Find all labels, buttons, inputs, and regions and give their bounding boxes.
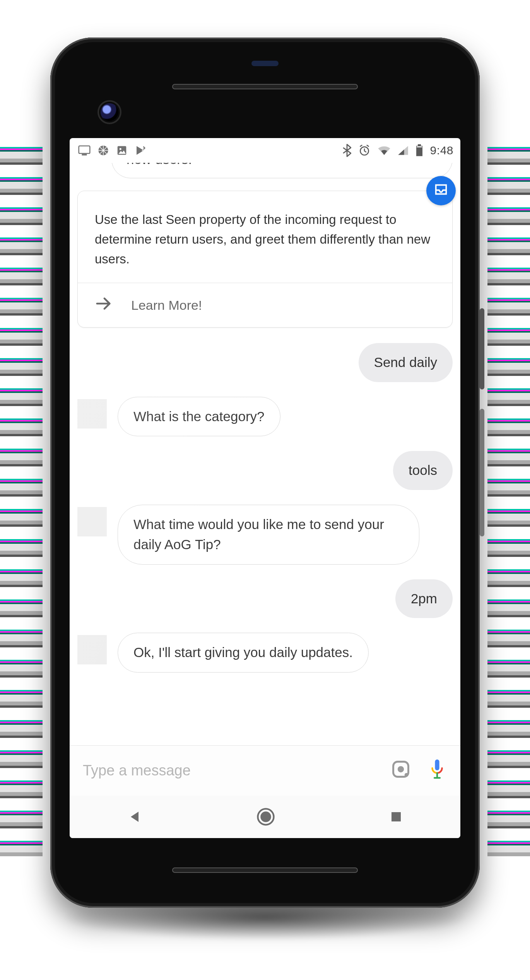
nav-home-button[interactable] [256,808,275,826]
learn-more-label: Learn More! [131,298,202,313]
message-row-assistant: What is the category? [77,397,453,437]
android-nav-bar [70,796,460,838]
assistant-bubble[interactable]: What is the category? [118,397,280,437]
wifi-icon [378,145,391,155]
assistant-bubble[interactable]: Ok, I'll start giving you daily updates. [118,633,369,673]
front-camera [101,103,118,121]
learn-more-button[interactable]: Learn More! [78,283,452,327]
nav-recents-button[interactable] [389,810,403,824]
message-row-assistant: What time would you like me to send your… [77,505,453,565]
svg-rect-8 [417,146,422,147]
status-time: 9:48 [430,144,453,157]
bubble-text: What time would you like me to send your… [133,517,384,552]
decorative-streaks-right [487,147,530,856]
svg-rect-7 [418,144,421,146]
svg-rect-0 [79,146,90,154]
status-bar: 9:48 [70,138,460,163]
bubble-text: tools [409,463,437,478]
earpiece-speaker [172,84,358,89]
circle-home-icon [256,808,275,826]
conversation-scroll[interactable]: new users. Use the last Seen property of… [70,163,460,745]
assistant-avatar [77,399,107,429]
message-row-user: tools [77,451,453,490]
assistant-bubble-partial: new users. [111,163,453,178]
svg-point-14 [260,811,271,822]
bottom-speaker [172,867,358,873]
svg-point-10 [398,766,404,772]
decorative-streaks-left [0,147,43,856]
mic-button[interactable] [426,759,449,782]
arrow-right-icon [95,295,113,316]
bubble-text: 2pm [411,591,437,606]
svg-rect-1 [82,154,87,155]
svg-point-11 [405,773,409,777]
message-row-user: Send daily [77,343,453,382]
card-source-badge[interactable] [426,176,456,205]
message-input[interactable] [83,762,376,779]
lens-button[interactable] [389,759,412,782]
basketball-icon [97,145,109,156]
inbox-icon [433,182,449,200]
bubble-text: new users. [127,163,192,167]
triangle-back-icon [127,809,142,825]
battery-icon [415,144,423,157]
assistant-avatar [77,635,107,664]
tip-card[interactable]: Use the last Seen property of the incomi… [77,191,453,328]
phone-frame: 9:48 new users. Use the last Seen proper… [50,38,480,908]
bubble-text: What is the category? [133,409,265,424]
user-bubble[interactable]: 2pm [395,579,453,618]
assistant-bubble[interactable]: What time would you like me to send your… [118,505,419,565]
play-icon [135,145,146,156]
mic-icon [428,758,446,783]
bluetooth-icon [343,144,351,157]
proximity-sensor [251,61,279,66]
cell-icon [398,145,409,155]
message-row-user: 2pm [77,579,453,618]
svg-point-4 [120,148,121,150]
device-screen: 9:48 new users. Use the last Seen proper… [70,138,460,838]
user-bubble[interactable]: tools [393,451,453,490]
message-row-assistant: Ok, I'll start giving you daily updates. [77,633,453,673]
assistant-avatar [77,507,107,536]
tip-card-body: Use the last Seen property of the incomi… [78,191,452,283]
power-button [480,308,484,389]
bubble-text: Send daily [374,355,437,370]
nav-back-button[interactable] [127,809,142,825]
svg-rect-15 [392,812,401,821]
image-icon [116,145,128,156]
alarm-icon [358,144,371,157]
user-bubble[interactable]: Send daily [359,343,453,382]
lens-icon [391,759,411,782]
square-recents-icon [389,810,403,824]
cast-icon [78,145,91,155]
volume-button [480,409,484,536]
bubble-text: Ok, I'll start giving you daily updates. [133,645,353,660]
svg-rect-12 [435,760,439,770]
composer-bar [70,745,460,796]
